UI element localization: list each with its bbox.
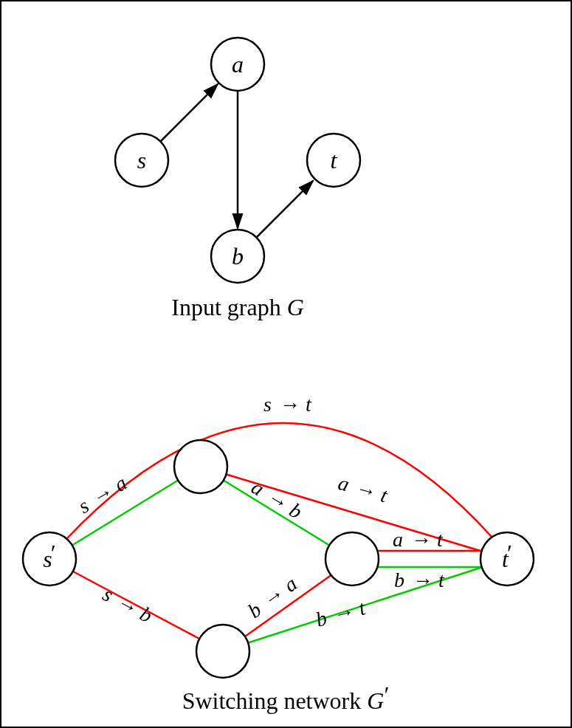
- edge-s-a: [160, 84, 218, 142]
- edge-label-sb: s → b: [99, 583, 156, 628]
- edge-label-at2: a → t: [393, 528, 444, 551]
- node-n3: [196, 625, 249, 678]
- edge-sprime-tprime-arc: [66, 423, 492, 539]
- caption-input-graph: Input graph G: [171, 294, 304, 320]
- edge-label-bt2: b → t: [313, 596, 368, 631]
- edge-label-ab: a → b: [247, 475, 306, 523]
- node-s-label: s: [137, 147, 146, 174]
- diagram-container: s a b t Input graph G: [0, 0, 572, 728]
- node-n1: [174, 440, 227, 493]
- caption-switching-network: Switching network G′: [182, 681, 390, 714]
- edge-label-at1: a → t: [336, 471, 391, 507]
- node-a-label: a: [232, 51, 244, 78]
- edge-label-sa: s → a: [74, 471, 131, 518]
- edge-label-st: s → t: [263, 393, 312, 416]
- edge-label-bt1: b → t: [394, 569, 445, 591]
- edge-b-t: [256, 181, 313, 238]
- input-graph-g: s a b t Input graph G: [115, 38, 360, 320]
- switching-network-gprime: s′ t′ s → t s → a s → b a → b a → t: [23, 393, 534, 714]
- node-n2: [325, 532, 379, 586]
- node-b-label: b: [232, 243, 244, 269]
- edge-label-ba: b → a: [244, 572, 301, 623]
- node-t-label: t: [331, 147, 338, 174]
